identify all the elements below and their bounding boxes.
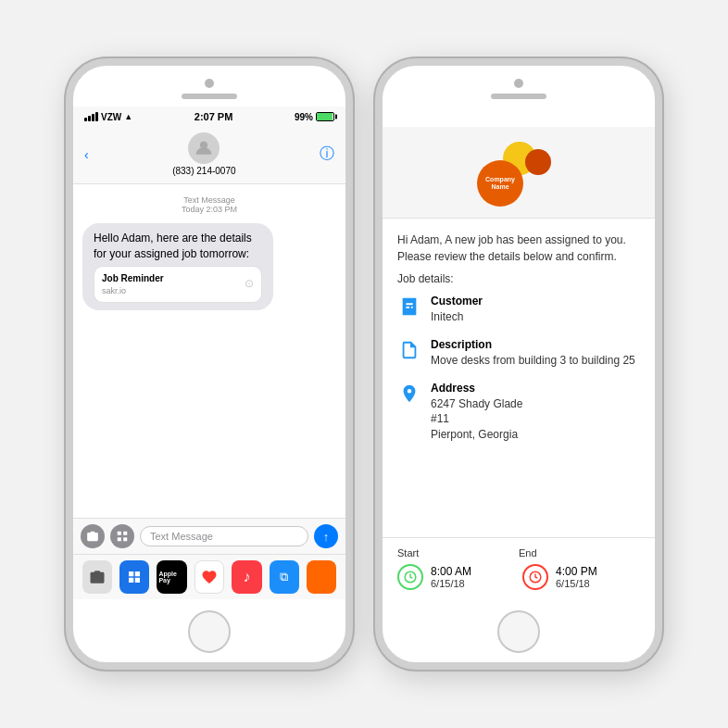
job-header: Company Name (383, 127, 655, 219)
job-screen[interactable]: Company Name Hi Adam, A new job has been… (383, 127, 655, 599)
start-label: Start (397, 547, 519, 559)
end-date-value: 6/15/18 (556, 578, 597, 589)
start-time-text: 8:00 AM 6/15/18 (431, 565, 471, 589)
right-screen: Company Name Hi Adam, A new job has been… (383, 107, 655, 599)
right-home-button[interactable] (497, 610, 540, 653)
time-entries: 8:00 AM 6/15/18 (397, 564, 640, 590)
end-time-text: 4:00 PM 6/15/18 (556, 565, 597, 589)
status-time: 2:07 PM (195, 111, 233, 122)
start-time-value: 8:00 AM (431, 565, 471, 578)
dock-health[interactable] (195, 560, 224, 594)
dock-appstore[interactable] (119, 560, 149, 594)
customer-value: Initech (431, 309, 483, 325)
time-section: Start End (383, 537, 655, 599)
link-title: Job Reminder (102, 272, 164, 285)
address-title: Address (431, 382, 522, 395)
job-body: Hi Adam, A new job has been assigned to … (383, 219, 655, 537)
battery-icon (316, 112, 334, 121)
left-screen: VZW ▲ 2:07 PM 99% ‹ (833) (73, 107, 345, 599)
address-value: 6247 Shady Glade #11 Pierpont, Georgia (431, 396, 522, 443)
left-phone: VZW ▲ 2:07 PM 99% ‹ (833) (66, 58, 353, 670)
description-content: Description Move desks from building 3 t… (431, 338, 635, 369)
job-intro: Hi Adam, A new job has been assigned to … (397, 232, 640, 265)
status-bar: VZW ▲ 2:07 PM 99% (73, 107, 345, 127)
svg-rect-2 (118, 532, 121, 535)
message-input-bar: Text Message ↑ (73, 518, 345, 554)
home-button[interactable] (188, 610, 231, 653)
svg-rect-3 (123, 532, 127, 535)
dock-camera[interactable] (82, 560, 112, 594)
send-button[interactable]: ↑ (314, 524, 338, 548)
right-phone: Company Name Hi Adam, A new job has been… (375, 58, 662, 670)
messages-area[interactable]: Text Message Today 2:03 PM Hello Adam, h… (73, 184, 345, 518)
description-value: Move desks from building 3 to building 2… (431, 353, 635, 369)
customer-row: Customer Initech (397, 295, 640, 325)
dock-extra[interactable] (307, 560, 336, 594)
dock-applepay[interactable]: Apple Pay (157, 560, 187, 594)
end-time-value: 4:00 PM (556, 565, 597, 578)
start-time-col: 8:00 AM 6/15/18 (397, 564, 515, 590)
description-icon (397, 338, 421, 362)
info-button[interactable]: ⓘ (320, 144, 334, 164)
message-date-label: Text Message Today 2:03 PM (82, 195, 336, 214)
dock-music[interactable]: ♪ (232, 560, 261, 594)
time-header: Start End (397, 547, 640, 559)
right-speaker (491, 94, 546, 99)
customer-title: Customer (431, 295, 483, 308)
link-arrow-icon: ⊙ (245, 276, 254, 292)
end-time-col: 4:00 PM 6/15/18 (522, 564, 640, 590)
contact-number: (833) 214-0070 (172, 166, 235, 176)
right-status-bar (383, 107, 655, 127)
start-date-value: 6/15/18 (431, 578, 471, 589)
description-row: Description Move desks from building 3 t… (397, 338, 640, 369)
link-preview[interactable]: Job Reminder sakr.io ⊙ (94, 266, 262, 304)
signal-bars (84, 112, 98, 121)
carrier-label: VZW (101, 112, 121, 122)
back-button[interactable]: ‹ (84, 147, 89, 162)
svg-rect-5 (123, 537, 127, 541)
address-row: Address 6247 Shady Glade #11 Pierpont, G… (397, 382, 640, 443)
customer-content: Customer Initech (431, 295, 483, 325)
logo-main-circle: Company Name (477, 160, 523, 207)
end-clock-icon (522, 564, 548, 590)
battery-pct: 99% (295, 112, 313, 122)
address-content: Address 6247 Shady Glade #11 Pierpont, G… (431, 382, 522, 443)
speaker (182, 94, 237, 99)
link-domain: sakr.io (102, 285, 164, 297)
address-icon (397, 382, 421, 406)
dock-bar: Apple Pay ♪ ⧉ (73, 554, 345, 599)
start-clock-icon (397, 564, 423, 590)
contact-avatar (188, 132, 220, 164)
contact-info: (833) 214-0070 (172, 132, 235, 176)
message-bubble: Hello Adam, here are the details for you… (82, 223, 273, 310)
status-left: VZW ▲ (84, 112, 132, 122)
dock-files[interactable]: ⧉ (270, 560, 299, 594)
message-input[interactable]: Text Message (140, 526, 308, 546)
end-label: End (519, 547, 640, 559)
logo-dark-circle (525, 149, 551, 175)
customer-icon (397, 295, 421, 319)
description-title: Description (431, 338, 635, 351)
link-info: Job Reminder sakr.io (102, 272, 164, 297)
svg-rect-4 (118, 537, 121, 541)
wifi-icon: ▲ (124, 112, 132, 121)
status-right: 99% (295, 112, 334, 122)
apps-button[interactable] (110, 524, 134, 548)
camera-button[interactable] (81, 524, 105, 548)
job-details-label: Job details: (397, 272, 640, 285)
company-logo: Company Name (477, 142, 560, 207)
imessage-header: ‹ (833) 214-0070 ⓘ (73, 127, 345, 184)
scene: VZW ▲ 2:07 PM 99% ‹ (833) (0, 0, 728, 728)
